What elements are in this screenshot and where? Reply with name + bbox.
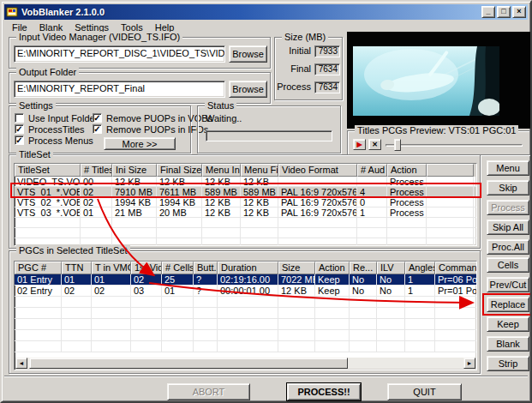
titleset-table[interactable]: TitleSet# TitlesIni SizeFinal SizeMenu I… <box>14 163 477 246</box>
play-preview-button[interactable]: ▶ <box>353 139 366 150</box>
size-final-label: Final <box>290 63 311 74</box>
close-button[interactable]: × <box>512 6 526 18</box>
pgcs-row[interactable] <box>15 297 476 308</box>
column-header[interactable]: ILV <box>377 262 405 274</box>
process-all-button[interactable]: PROCESS!! <box>287 383 361 400</box>
titleset-row[interactable] <box>15 218 476 228</box>
pgcs-row[interactable] <box>15 319 476 330</box>
cell <box>350 319 377 329</box>
cell <box>15 341 62 352</box>
preview-slider-track[interactable] <box>386 144 523 147</box>
input-browse-button[interactable]: Browse <box>229 45 267 63</box>
maximize-button[interactable]: □ <box>497 6 511 18</box>
cell <box>357 218 387 227</box>
cell: 12 KB <box>202 177 241 186</box>
cell: VTS_03_*.VOB <box>15 208 81 217</box>
pgcs-row[interactable] <box>15 330 476 341</box>
process-menus-checkbox[interactable]: ✓ <box>15 135 24 145</box>
prev-cut-button[interactable]: Prev/Cut <box>487 277 529 292</box>
size-final-value: 7634 <box>314 63 340 75</box>
strip-button[interactable]: Strip <box>487 356 529 371</box>
cell <box>162 330 194 340</box>
pgcs-row[interactable]: 02 Entry02020301?00:00:01.0012 KBKeepNoN… <box>15 286 476 297</box>
title-bar[interactable]: VobBlanker 2.1.0.0 _ □ × <box>4 4 528 20</box>
column-header[interactable]: Action <box>315 262 350 274</box>
column-header[interactable]: # Titles <box>81 164 112 177</box>
cell <box>435 330 477 340</box>
column-header[interactable]: 1st Vid <box>131 262 162 274</box>
titleset-row[interactable]: VIDEO_TS.VOB0012 KB12 KB12 KB12 KBProces… <box>15 177 476 187</box>
column-header[interactable]: Size <box>278 262 315 274</box>
size-group: Size (MB) Initial 7933 Final 7634 Proces… <box>274 37 343 100</box>
cell <box>92 330 131 340</box>
process-titles-checkbox[interactable]: ✓ <box>15 124 24 134</box>
preview-controls-group: Titles PCGs Preview: VTS:01 PGC:01 ▶ ✕ <box>347 130 530 155</box>
skip-all-button[interactable]: Skip All <box>487 220 529 235</box>
proc-all-button[interactable]: Proc.All <box>487 239 529 255</box>
titleset-row[interactable] <box>15 228 476 238</box>
pgcs-row[interactable]: 01 Entry01010225?02:19:16.007022 MBKeepN… <box>15 274 476 286</box>
column-header[interactable]: # Aud <box>357 164 387 177</box>
cell <box>405 330 435 340</box>
blank-button[interactable]: Blank <box>487 336 529 352</box>
titleset-row[interactable]: VTS_02_*.VOB021994 KB1994 KB12 KB12 KBPA… <box>15 197 476 208</box>
column-header[interactable]: Video Format <box>278 164 357 177</box>
remove-puops-vobs-checkbox[interactable]: ✓ <box>93 113 102 123</box>
column-header[interactable]: Butt... <box>194 262 218 274</box>
stop-preview-button[interactable]: ✕ <box>368 139 381 150</box>
video-preview <box>347 32 530 129</box>
scroll-right-button[interactable]: ► <box>463 358 475 369</box>
scroll-left-button[interactable]: ◄ <box>15 358 27 369</box>
use-input-folder-checkbox[interactable]: ✓ <box>15 113 24 123</box>
cells-button[interactable]: Cells <box>487 257 529 273</box>
cell <box>202 238 241 246</box>
column-header[interactable]: TTN <box>62 262 92 274</box>
pgcs-table[interactable]: PGC #TTNT in VMG1st Vid# CellsButt...Dur… <box>14 261 477 370</box>
cell <box>350 297 377 307</box>
column-header[interactable]: PGC # <box>15 262 62 274</box>
scrollbar-track[interactable] <box>348 358 463 369</box>
column-header[interactable]: Menu Ini <box>202 164 241 177</box>
column-header[interactable]: # Cells <box>162 262 194 274</box>
column-header[interactable]: T in VMG <box>92 262 131 274</box>
column-header[interactable]: Ini Size <box>112 164 157 177</box>
input-path-field[interactable]: E:\MINORITY_REPORT_DISC_1\VIDEO_TS\VIDEO… <box>14 45 225 63</box>
replace-button[interactable]: Replace <box>487 297 529 312</box>
scrollbar-thumb[interactable] <box>29 358 348 369</box>
preview-slider-thumb[interactable] <box>394 139 401 151</box>
column-header[interactable]: Action <box>387 164 427 177</box>
pgcs-row[interactable] <box>15 308 476 319</box>
preview-frame-image <box>347 32 530 129</box>
cell <box>62 308 92 318</box>
minimize-button[interactable]: _ <box>481 6 495 18</box>
cell <box>15 218 81 227</box>
menu-action-button[interactable]: Menu <box>487 160 529 176</box>
skip-button[interactable]: Skip <box>487 180 529 195</box>
column-header[interactable] <box>427 164 474 177</box>
cell: 589 MB <box>202 187 241 196</box>
output-path-field[interactable]: E:\MINORITY_REPORT_Final <box>14 81 225 98</box>
cell <box>278 319 315 329</box>
cell: 03 <box>131 286 162 296</box>
keep-button[interactable]: Keep <box>487 316 529 332</box>
titleset-row[interactable]: VTS_03_*.VOB0121 MB20 MB12 KB12 KBPAL 16… <box>15 208 476 218</box>
quit-button[interactable]: QUIT <box>387 383 462 400</box>
size-group-label: Size (MB) <box>282 32 328 42</box>
use-input-folder-label: Use Input Folder <box>28 113 98 123</box>
output-browse-button[interactable]: Browse <box>229 81 267 98</box>
cell <box>427 197 474 207</box>
cell <box>194 330 218 340</box>
column-header[interactable]: Re... <box>350 262 377 274</box>
cell: 1 <box>357 208 387 217</box>
column-header[interactable]: Final Size <box>157 164 202 177</box>
column-header[interactable]: TitleSet <box>15 164 81 177</box>
column-header[interactable]: Commands <box>435 262 477 274</box>
horizontal-scrollbar[interactable]: ◄ ► <box>15 358 475 369</box>
pgcs-row[interactable] <box>15 341 476 352</box>
column-header[interactable]: Duration <box>218 262 278 274</box>
more-button[interactable]: More >> <box>104 137 176 150</box>
remove-puops-ifos-checkbox[interactable]: ✓ <box>93 124 102 134</box>
column-header[interactable]: Angles <box>405 262 435 274</box>
column-header[interactable]: Menu Fi... <box>241 164 278 177</box>
titleset-row[interactable]: VTS_01_*.VOB027910 MB7611 MB589 MB589 MB… <box>15 187 476 197</box>
